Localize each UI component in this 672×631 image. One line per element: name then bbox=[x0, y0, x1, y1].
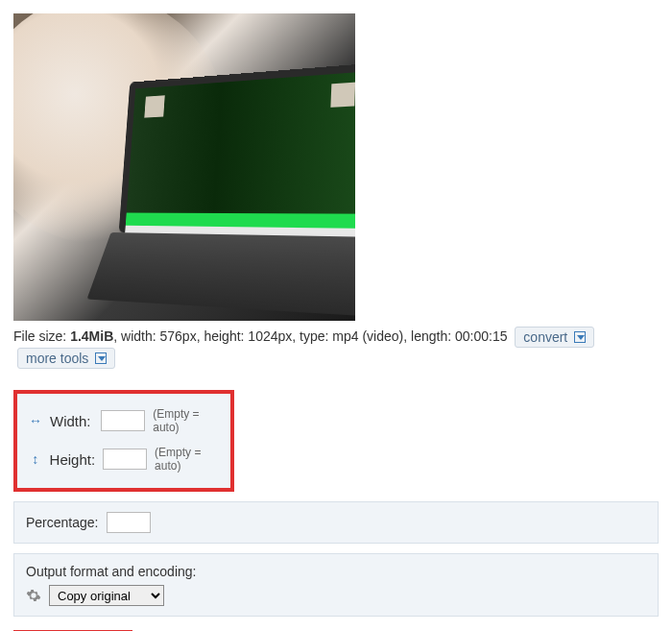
height-value: 1024px bbox=[248, 328, 292, 344]
width-value: 576px bbox=[160, 328, 197, 344]
width-row: ↔ Width: (Empty = auto) bbox=[29, 401, 219, 440]
dropdown-arrow-icon bbox=[95, 352, 107, 364]
width-hint: (Empty = auto) bbox=[153, 407, 219, 434]
type-label: , type: bbox=[292, 328, 332, 344]
height-label: Height: bbox=[50, 451, 96, 468]
percentage-label: Percentage: bbox=[26, 515, 99, 530]
output-label: Output format and encoding: bbox=[26, 564, 646, 579]
height-row: ↕ Height: (Empty = auto) bbox=[29, 440, 219, 478]
width-input[interactable] bbox=[101, 410, 145, 431]
file-info-line: File size: 1.4MiB, width: 576px, height:… bbox=[13, 327, 659, 369]
percentage-panel: Percentage: bbox=[13, 501, 659, 544]
height-input[interactable] bbox=[103, 449, 147, 470]
length-label: , length: bbox=[403, 328, 455, 344]
height-hint: (Empty = auto) bbox=[155, 446, 219, 473]
width-arrows-icon: ↔ bbox=[29, 413, 42, 428]
type-value: mp4 (video) bbox=[332, 328, 403, 344]
more-tools-dropdown[interactable]: more tools bbox=[17, 348, 115, 369]
dimensions-box: ↔ Width: (Empty = auto) ↕ Height: (Empty… bbox=[13, 390, 234, 492]
filesize-value: 1.4MiB bbox=[70, 328, 113, 344]
convert-label: convert bbox=[523, 329, 567, 345]
percentage-input[interactable] bbox=[107, 512, 151, 533]
height-label: , height: bbox=[197, 328, 249, 344]
filesize-label: File size: bbox=[13, 328, 70, 344]
dropdown-arrow-icon bbox=[574, 331, 586, 343]
output-format-select[interactable]: Copy original bbox=[49, 585, 164, 606]
width-label: Width: bbox=[50, 413, 93, 429]
output-format-panel: Output format and encoding: Copy origina… bbox=[13, 553, 659, 617]
length-value: 00:00:15 bbox=[455, 328, 508, 344]
height-arrows-icon: ↕ bbox=[29, 451, 42, 467]
gear-icon bbox=[26, 588, 41, 603]
width-label: , width: bbox=[113, 328, 159, 344]
more-tools-label: more tools bbox=[26, 351, 88, 366]
video-preview[interactable] bbox=[13, 13, 355, 321]
convert-dropdown[interactable]: convert bbox=[515, 327, 594, 348]
